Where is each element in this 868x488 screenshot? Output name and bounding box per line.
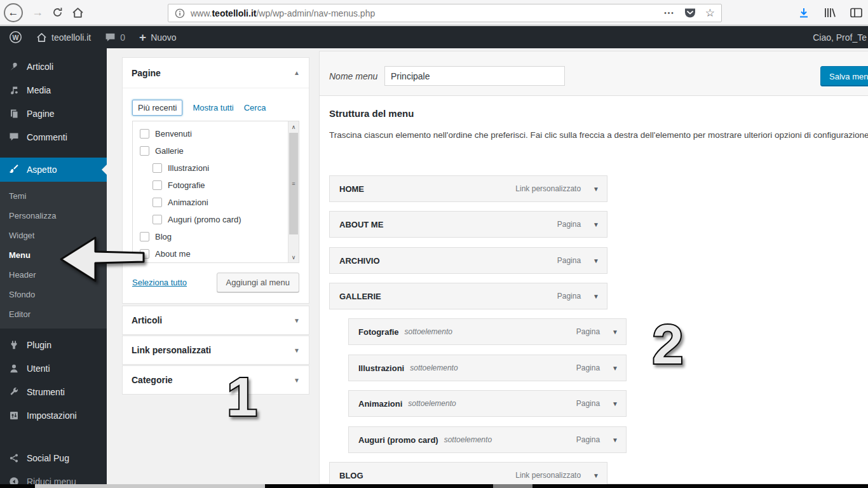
menu-item-illustrazioni[interactable]: Illustrazioni sottoelemento Pagina ▼ [348,355,627,381]
item-expand-icon[interactable]: ▼ [612,329,618,336]
item-expand-icon[interactable]: ▼ [612,437,618,444]
page-checkbox-row: Blog [133,228,288,245]
page-actions-button[interactable]: ••• [664,10,675,17]
scrollbar-thumb[interactable]: ≡ [289,133,298,234]
add-to-menu-button[interactable]: Aggiungi al menu [217,273,299,292]
submenu-item-editor[interactable]: Editor [0,304,107,324]
tab-piu-recenti[interactable]: Più recenti [132,100,182,116]
menu-item-gallerie[interactable]: GALLERIE Pagina ▼ [329,283,607,309]
scrollbar[interactable]: ∧ ≡ ∨ [288,121,299,262]
submenu-item-personalizza[interactable]: Personalizza [0,206,107,226]
item-expand-icon[interactable]: ▼ [593,293,599,300]
wp-logo-menu[interactable]: W [9,30,22,44]
menu-item-type: Pagina [557,256,581,265]
pocket-icon[interactable] [684,7,696,19]
window-bottom-edge-segment [35,484,265,488]
menu-name-label: Nome menu [329,71,377,81]
menu-item-archivio[interactable]: ARCHIVIO Pagina ▼ [329,247,607,274]
menu-item-title: GALLERIE [339,292,381,301]
back-button[interactable]: ← [4,3,23,22]
scroll-up-icon[interactable]: ∧ [288,121,299,132]
accordion-articoli[interactable]: Articoli ▼ [122,306,309,335]
submenu-label: Sfondo [9,290,35,299]
menu-item-home[interactable]: HOME Link personalizzato ▼ [329,175,607,202]
item-expand-icon[interactable]: ▼ [593,221,599,228]
tutorial-arrow-annotation [56,233,148,286]
pages-metabox-header[interactable]: Pagine ▲ [123,58,309,88]
pages-metabox: Pagine ▲ Più recenti Mostra tutti Cerca … [122,57,309,304]
menu-item-fotografie[interactable]: Fotografie sottoelemento Pagina ▼ [348,318,627,345]
tab-mostra-tutti[interactable]: Mostra tutti [193,103,233,112]
sidebar-item-strumenti[interactable]: Strumenti [0,380,107,403]
item-expand-icon[interactable]: ▼ [612,365,618,372]
url-bar[interactable]: www.teotelloli.it/wp/wp-admin/nav-menus.… [168,4,722,22]
checkbox[interactable] [140,146,149,156]
menu-item-about-me[interactable]: ABOUT ME Pagina ▼ [329,211,607,238]
wrench-icon [8,387,20,397]
new-content-link[interactable]: + Nuovo [139,30,177,44]
accordion-title: Link personalizzati [132,345,211,355]
site-info-icon[interactable] [175,8,185,18]
site-link[interactable]: teotelloli.it [36,32,91,43]
scroll-down-icon[interactable]: ∨ [288,252,299,262]
pin-icon [8,62,20,72]
save-menu-button[interactable]: Salva menu [820,66,868,86]
item-expand-icon[interactable]: ▼ [612,400,618,407]
menu-item-title: Animazioni [358,399,402,409]
structure-title: Struttura del menu [329,108,414,119]
plus-icon: + [139,30,146,44]
checkbox[interactable] [153,180,162,190]
downloads-icon[interactable] [797,6,810,19]
page-label: Illustrazioni [168,163,209,173]
sidebar-item-pagine[interactable]: Pagine [0,102,107,125]
item-expand-icon[interactable]: ▼ [593,257,599,264]
home-button[interactable] [72,7,84,18]
collapse-panel-icon[interactable]: ▲ [294,69,300,76]
menu-item-sub-label: sottoelemento [405,327,452,336]
sidebar-item-social-pug[interactable]: Social Pug [0,446,107,470]
tab-cerca[interactable]: Cerca [244,103,266,112]
sidebar-item-media[interactable]: Media [0,78,107,102]
submenu-item-sfondo[interactable]: Sfondo [0,285,107,304]
bookmark-star-icon[interactable]: ☆ [705,6,715,20]
page-label: Gallerie [155,146,184,156]
sidebar-item-impostazioni[interactable]: Impostazioni [0,403,107,427]
sidebar-item-articoli[interactable]: Articoli [0,55,107,78]
sidebar-item-label: Aspetto [27,165,57,175]
sidebar-item-plugin[interactable]: Plugin [0,333,107,356]
howdy-account-link[interactable]: Ciao, Prof_Te [813,26,867,48]
menu-item-title: BLOG [339,471,363,480]
menu-item-title: Fotografie [358,327,399,337]
sidebar-item-aspetto[interactable]: Aspetto [0,158,107,182]
menu-name-input[interactable] [384,66,565,86]
structure-help-text: Trascina ciascun elemento nell'ordine ch… [329,128,868,142]
expand-panel-icon: ▼ [294,377,300,384]
accordion-link-personalizzati[interactable]: Link personalizzati ▼ [122,336,309,365]
checkbox[interactable] [153,215,162,224]
wp-admin-bar: W teotelloli.it 0 + Nuovo Ciao, Prof_Te [0,26,868,48]
menu-item-sub-label: sottoelemento [410,363,458,372]
reload-button[interactable] [52,7,63,18]
library-icon[interactable] [823,6,837,19]
pages-metabox-title: Pagine [132,68,161,78]
comment-icon [8,132,20,142]
checkbox[interactable] [153,163,162,173]
sidebars-toggle-icon[interactable] [850,6,863,19]
url-path: /wp/wp-admin/nav-menus.php [256,8,375,18]
menu-item-auguri[interactable]: Auguri (promo card) sottoelemento Pagina… [348,426,627,453]
checkbox[interactable] [140,129,149,139]
item-expand-icon[interactable]: ▼ [593,186,599,193]
submenu-label: Temi [9,191,26,201]
sidebar-item-utenti[interactable]: Utenti [0,356,107,380]
submenu-item-temi[interactable]: Temi [0,186,107,206]
comments-link[interactable]: 0 [105,32,125,43]
home-icon [72,7,84,18]
sidebar-item-commenti[interactable]: Commenti [0,125,107,149]
menu-item-title: HOME [339,184,364,194]
forward-button[interactable]: → [32,6,43,19]
checkbox[interactable] [153,198,162,207]
menu-item-animazioni[interactable]: Animazioni sottoelemento Pagina ▼ [348,390,627,417]
item-expand-icon[interactable]: ▼ [593,472,599,479]
step-2-annotation: 2 [639,309,696,375]
submenu-label: Header [9,270,36,280]
